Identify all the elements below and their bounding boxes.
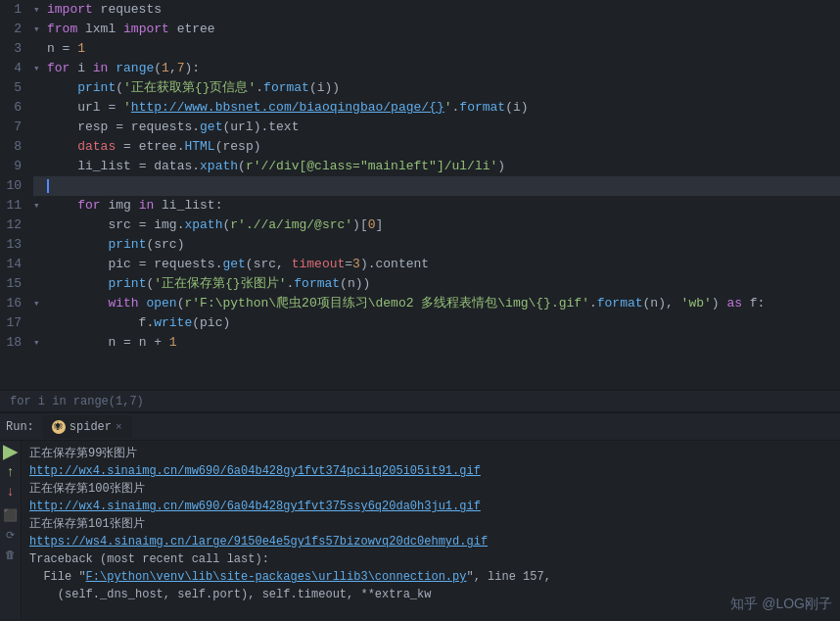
fold-arrow-12	[33, 215, 45, 235]
fold-arrow-9	[33, 157, 45, 176]
fold-arrow-13	[33, 235, 45, 255]
code-line-3: n = 1	[33, 39, 840, 59]
watermark: 知乎 @LOG刚子	[730, 596, 832, 613]
fold-arrow-5	[33, 78, 45, 98]
fold-arrow-11[interactable]: ▾	[33, 196, 45, 215]
line-numbers: 1 2 3 4 5 6 7 8 9 10 11 12 13 14 15 16 1…	[0, 0, 29, 390]
fold-arrow-18[interactable]: ▾	[33, 333, 45, 353]
scroll-down-button[interactable]: ↓	[3, 484, 19, 500]
rerun-button[interactable]: ⟳	[3, 527, 19, 543]
fold-arrow-2[interactable]: ▾	[33, 20, 45, 39]
output-line-1: 正在保存第99张图片	[29, 445, 832, 462]
code-line-15: print('正在保存第{}张图片'.format(n))	[33, 274, 840, 294]
fold-arrow-1[interactable]: ▾	[33, 0, 45, 20]
run-content: ↑ ↓ ⬛ ⟳ 🗑 正在保存第99张图片 http://wx4.sinaimg.	[0, 441, 840, 619]
rerun-icon: ⟳	[6, 529, 15, 542]
clear-icon: 🗑	[5, 549, 16, 561]
fold-arrow-6	[33, 98, 45, 118]
output-line-7: Traceback (most recent call last):	[29, 550, 832, 568]
clear-button[interactable]: 🗑	[3, 547, 19, 562]
fold-arrow-7	[33, 118, 45, 137]
code-line-4: ▾for i in range(1,7):	[33, 59, 840, 78]
stop-icon: ⬛	[3, 508, 18, 523]
output-line-6: https://ws4.sinaimg.cn/large/9150e4e5gy1…	[29, 533, 832, 550]
fold-arrow-4[interactable]: ▾	[33, 59, 45, 78]
code-line-6: url = 'http://www.bbsnet.com/biaoqingbao…	[33, 98, 840, 118]
down-arrow-icon: ↓	[6, 484, 14, 500]
fold-arrow-16[interactable]: ▾	[33, 294, 45, 313]
code-line-8: datas = etree.HTML(resp)	[33, 137, 840, 157]
code-line-12: src = img.xpath(r'.//a/img/@src')[0]	[33, 215, 840, 235]
run-tab-spider[interactable]: 🕷 spider ×	[42, 415, 132, 439]
code-line-11: ▾ for img in li_list:	[33, 196, 840, 215]
play-button[interactable]	[3, 445, 19, 460]
fold-arrow-17	[33, 313, 45, 333]
editor-area: 1 2 3 4 5 6 7 8 9 10 11 12 13 14 15 16 1…	[0, 0, 840, 411]
code-line-2: ▾from lxml import etree	[33, 20, 840, 39]
fold-arrow-3	[33, 39, 45, 59]
stop-button[interactable]: ⬛	[3, 507, 19, 523]
status-bar: for i in range(1,7)	[0, 390, 840, 411]
run-tabs: Run: 🕷 spider ×	[0, 413, 840, 441]
output-line-3: 正在保存第100张图片	[29, 480, 832, 498]
code-line-13: print(src)	[33, 235, 840, 255]
code-line-14: pic = requests.get(src, timeout=3).conte…	[33, 255, 840, 274]
output-line-8: File "F:\python\venv\lib\site-packages\u…	[29, 568, 832, 586]
code-line-7: resp = requests.get(url).text	[33, 118, 840, 137]
code-line-16: ▾ with open(r'F:\python\爬虫20项目练习\demo2 多…	[33, 294, 840, 313]
code-container: 1 2 3 4 5 6 7 8 9 10 11 12 13 14 15 16 1…	[0, 0, 840, 390]
output-line-4: http://wx4.sinaimg.cn/mw690/6a04b428gy1f…	[29, 498, 832, 515]
run-tab-name: spider	[70, 420, 112, 434]
fold-arrow-15	[33, 274, 45, 294]
fold-arrow-10	[33, 176, 45, 196]
run-panel: Run: 🕷 spider × ↑ ↓ ⬛	[0, 411, 840, 619]
output-line-2: http://wx4.sinaimg.cn/mw690/6a04b428gy1f…	[29, 462, 832, 480]
fold-arrow-14	[33, 255, 45, 274]
run-output: 正在保存第99张图片 http://wx4.sinaimg.cn/mw690/6…	[22, 441, 840, 619]
output-line-9: (self._dns_host, self.port), self.timeou…	[29, 586, 832, 603]
code-line-17: f.write(pic)	[33, 313, 840, 333]
run-actions: ↑ ↓ ⬛ ⟳ 🗑	[0, 441, 22, 619]
code-line-10	[33, 176, 840, 196]
code-line-1: ▾import requests	[33, 0, 840, 20]
code-line-9: li_list = datas.xpath(r'//div[@class="ma…	[33, 157, 840, 176]
up-arrow-icon: ↑	[6, 464, 14, 480]
run-label: Run:	[6, 420, 34, 434]
code-lines[interactable]: ▾import requests ▾from lxml import etree…	[29, 0, 840, 390]
output-line-5: 正在保存第101张图片	[29, 515, 832, 533]
code-line-18: ▾ n = n + 1	[33, 333, 840, 353]
status-text: for i in range(1,7)	[10, 395, 144, 408]
spider-icon: 🕷	[52, 420, 66, 434]
code-line-5: print('正在获取第{}页信息'.format(i))	[33, 78, 840, 98]
fold-arrow-8	[33, 137, 45, 157]
scroll-up-button[interactable]: ↑	[3, 464, 19, 480]
tab-close-button[interactable]: ×	[116, 421, 122, 433]
